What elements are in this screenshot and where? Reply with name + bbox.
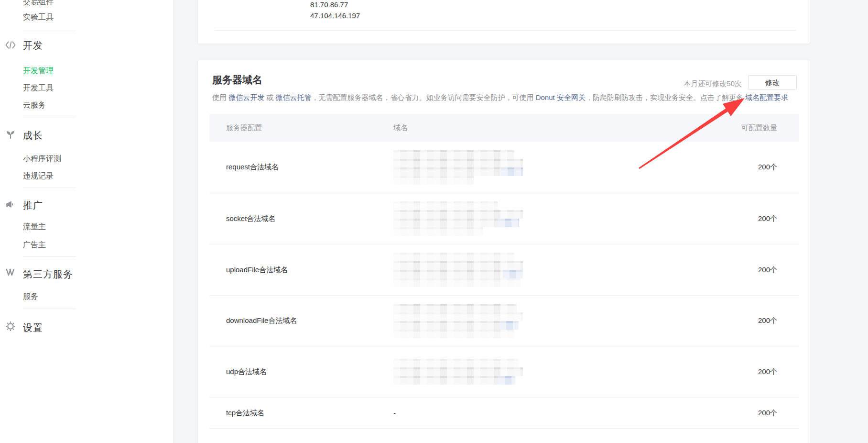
monthly-modify-quota-note: 本月还可修改50次 <box>684 79 742 89</box>
table-row-tcp-domain: tcp合法域名 - 200个 <box>209 398 799 429</box>
sidebar-divider <box>23 256 76 257</box>
sidebar-item-cloud-service[interactable]: 云服务 <box>23 100 46 111</box>
table-header-row: 服务器配置 域名 可配置数量 <box>209 114 799 142</box>
pixelated-domain-block <box>393 304 704 338</box>
sidebar-item-service[interactable]: 服务 <box>23 292 38 302</box>
sidebar-section-dev[interactable]: 开发 <box>23 39 43 52</box>
sidebar-divider <box>23 188 76 188</box>
code-icon <box>5 40 16 50</box>
desc-text: ，无需配置服务器域名，省心省力。如业务访问需要安全防护，可使用 <box>312 93 536 101</box>
sidebar: 交易组件 实验工具 开发 开发管理 开发工具 云服务 成长 小程序评测 违规记录… <box>0 0 174 443</box>
domain-cell-redacted <box>393 150 704 185</box>
table-row-downloadfile-domain: downloadFile合法域名 200个 <box>209 296 799 346</box>
column-header-domain: 域名 <box>393 123 704 133</box>
sidebar-item-dev-tools[interactable]: 开发工具 <box>23 83 54 93</box>
gear-icon <box>5 321 16 332</box>
megaphone-icon <box>5 199 16 210</box>
row-label: uploadFile合法域名 <box>209 266 393 275</box>
column-header-server-config: 服务器配置 <box>209 123 393 133</box>
sidebar-divider <box>23 31 76 31</box>
ip-address: 47.104.146.197 <box>310 11 360 20</box>
row-label: request合法域名 <box>209 163 393 172</box>
row-label: socket合法域名 <box>209 214 393 223</box>
quota-value: 200个 <box>704 214 799 223</box>
sidebar-section-settings[interactable]: 设置 <box>23 321 43 334</box>
table-row-request-domain: request合法域名 200个 <box>209 142 799 193</box>
sidebar-divider <box>23 309 76 309</box>
ip-address: 81.70.86.77 <box>310 0 348 9</box>
table-body: request合法域名 200个 socket合法域名 <box>209 142 799 443</box>
row-label: downloadFile合法域名 <box>209 316 393 325</box>
third-party-icon <box>5 267 16 278</box>
quota-value: 200个 <box>704 409 799 418</box>
pixelated-domain-block <box>393 201 704 236</box>
domain-cell-empty: - <box>393 409 704 417</box>
sidebar-section-growth[interactable]: 成长 <box>23 129 43 142</box>
sidebar-section-third-party[interactable]: 第三方服务 <box>23 268 73 281</box>
donut-gateway-link[interactable]: Donut 安全网关 <box>536 93 586 101</box>
table-row-dns-prefetch-domain: DNS预解析域名 5个 <box>209 429 799 443</box>
sidebar-item-dev-management[interactable]: 开发管理 <box>23 66 54 76</box>
sidebar-item-trade-components[interactable]: 交易组件 <box>23 0 54 7</box>
server-domain-card: 服务器域名 使用 微信云开发 或 微信云托管，无需配置服务器域名，省心省力。如业… <box>197 60 810 443</box>
modify-button[interactable]: 修改 <box>748 75 797 90</box>
column-header-quota: 可配置数量 <box>704 123 799 133</box>
pixelated-domain-block <box>393 150 704 185</box>
domain-cell-redacted <box>393 359 704 385</box>
pixelated-domain-block <box>393 253 704 287</box>
card-divider <box>215 30 796 31</box>
cloud-hosting-link[interactable]: 微信云托管 <box>276 93 312 101</box>
sidebar-item-traffic-owner[interactable]: 流量主 <box>23 222 46 232</box>
table-row-udp-domain: udp合法域名 200个 <box>209 346 799 398</box>
domain-cell-redacted <box>393 253 704 287</box>
table-row-socket-domain: socket合法域名 200个 <box>209 193 799 244</box>
sidebar-item-miniprogram-evaluation[interactable]: 小程序评测 <box>23 154 61 164</box>
quota-value: 200个 <box>704 316 799 325</box>
domain-cell-redacted <box>393 304 704 338</box>
cloud-dev-link[interactable]: 微信云开发 <box>228 93 264 101</box>
ip-list-card: 81.70.86.77 47.104.146.197 <box>197 0 810 44</box>
page-title: 服务器域名 <box>212 73 262 87</box>
server-domain-description: 使用 微信云开发 或 微信云托管，无需配置服务器域名，省心省力。如业务访问需要安… <box>212 93 788 102</box>
sidebar-section-promotion[interactable]: 推广 <box>23 199 43 212</box>
seedling-icon <box>5 130 16 140</box>
quota-value: 200个 <box>704 266 799 275</box>
domain-config-requirements-link[interactable]: 域名配置要求 <box>745 93 788 101</box>
pixelated-domain-block <box>393 359 704 385</box>
table-row-uploadfile-domain: uploadFile合法域名 200个 <box>209 244 799 296</box>
sidebar-item-lab-tools[interactable]: 实验工具 <box>23 12 54 22</box>
desc-text: 或 <box>264 93 275 101</box>
wechat-miniprogram-console-page: { "sidebar": { "item_trade_components": … <box>0 0 868 443</box>
desc-text: 使用 <box>212 93 228 101</box>
sidebar-item-advertiser[interactable]: 广告主 <box>23 240 46 250</box>
sidebar-divider <box>23 118 76 118</box>
row-label: udp合法域名 <box>209 367 393 377</box>
desc-text: ，防爬防刷防攻击，实现业务安全。点击了解更多 <box>586 93 745 101</box>
row-label: tcp合法域名 <box>209 409 393 418</box>
sidebar-item-violation-records[interactable]: 违规记录 <box>23 171 54 181</box>
quota-value: 200个 <box>704 163 799 172</box>
quota-value: 200个 <box>704 367 799 377</box>
domain-cell-redacted <box>393 201 704 236</box>
